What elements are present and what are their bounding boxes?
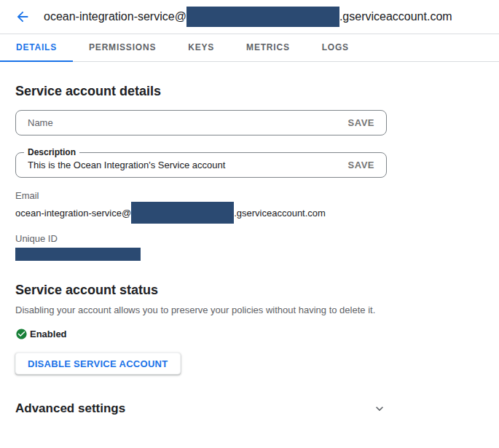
tab-logs[interactable]: LOGS [306,34,365,62]
email-label: Email [15,191,484,200]
page-title: ocean-integration-service@.gserviceaccou… [44,7,452,27]
description-input[interactable] [28,160,339,170]
disable-service-account-button[interactable]: DISABLE SERVICE ACCOUNT [15,353,181,374]
service-account-email-suffix: .gserviceaccount.com [339,10,452,23]
status-badge: Enabled [30,329,67,339]
description-field-label: Description [24,147,79,157]
back-button[interactable] [10,4,35,29]
tab-permissions[interactable]: PERMISSIONS [73,34,172,62]
advanced-settings-heading: Advanced settings [15,401,125,416]
check-circle-icon [15,328,28,340]
status-row: Enabled [15,328,484,340]
email-value-suffix: .gserviceaccount.com [234,208,326,219]
tab-metrics[interactable]: METRICS [230,34,306,62]
name-field-container: SAVE [15,110,387,135]
main-content: Service account details SAVE Description… [0,85,499,416]
advanced-settings-toggle[interactable]: Advanced settings [15,401,387,416]
tab-keys[interactable]: KEYS [172,34,230,62]
status-heading: Service account status [15,283,484,297]
redaction-box-email [131,202,234,224]
description-save-button[interactable]: SAVE [348,160,374,170]
redaction-box-header [186,7,339,27]
tab-bar: DETAILS PERMISSIONS KEYS METRICS LOGS [0,34,499,62]
description-field-container: Description SAVE [15,152,387,178]
redaction-box-unique-id [15,248,141,261]
tab-details[interactable]: DETAILS [0,34,73,62]
status-description: Disabling your account allows you to pre… [15,305,484,315]
details-heading: Service account details [15,85,484,98]
email-value-prefix: ocean-integration-service@ [15,208,131,219]
name-input[interactable] [28,117,339,128]
back-arrow-icon [15,9,31,25]
service-account-email-prefix: ocean-integration-service@ [44,10,186,23]
name-save-button[interactable]: SAVE [348,117,374,128]
page-header: ocean-integration-service@.gserviceaccou… [0,0,499,34]
chevron-down-icon [372,401,387,416]
unique-id-label: Unique ID [15,234,484,243]
email-value: ocean-integration-service@.gserviceaccou… [15,202,484,224]
